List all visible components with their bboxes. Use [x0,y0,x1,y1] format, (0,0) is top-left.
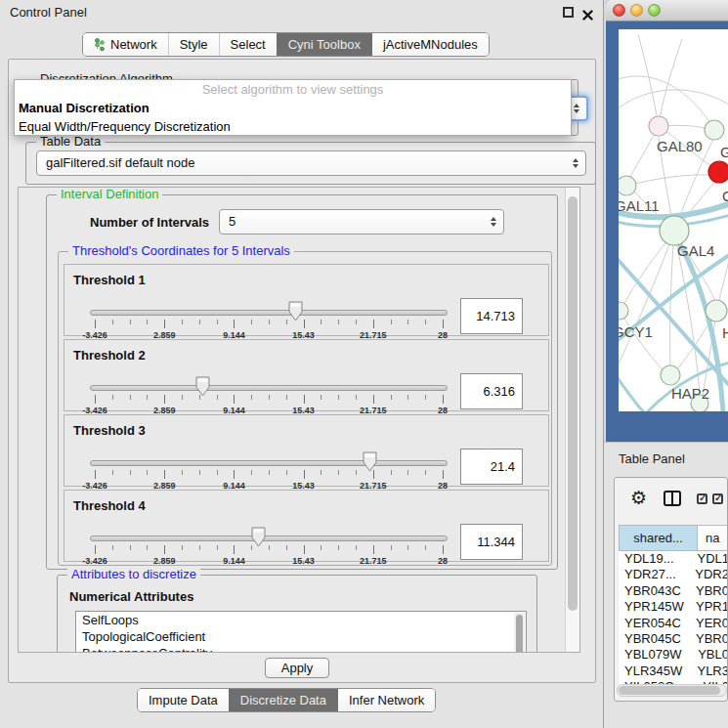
table-row[interactable]: YPR145WYPR1 [619,599,728,615]
table-cell: YBR0 [690,583,728,599]
node-label: GAL80 [657,138,703,154]
slider-tick [112,320,113,324]
network-node [705,120,724,140]
slider-tick [321,395,321,400]
threshold-label: Threshold 4 [73,498,146,513]
tab-infer-network[interactable]: Infer Network [337,689,435,711]
numerical-attributes-label: Numerical Attributes [69,589,193,604]
table-row[interactable]: YDR27...YDR2 [619,567,728,582]
tab-jactivemnodules[interactable]: jActiveMNodules [371,33,489,56]
tab-label: Network [110,37,157,52]
attributes-list[interactable]: SelfLoopsTopologicalCoefficientBetweenne… [75,611,527,653]
slider-tick [407,545,408,550]
table-rows: YDL19...YDL1YDR27...YDR2YBR043CYBR0YPR14… [619,551,728,684]
slider-thumb[interactable] [363,451,377,472]
slider-scale-label: -3.426 [82,556,107,566]
slider-tick [95,395,96,404]
float-icon[interactable] [563,7,574,18]
tab-select[interactable]: Select [219,33,277,56]
table-panel-title: Table Panel [619,451,685,466]
table-row[interactable]: YER054CYER0 [619,616,728,631]
slider-tick [217,470,218,475]
dropdown-option[interactable]: Manual Discretization [15,99,571,117]
settings-scrollbar[interactable] [565,188,579,652]
control-panel: Control Panel NetworkStyleSelectCyni Too… [0,0,604,728]
threshold-slider[interactable]: -3.4262.8599.14415.4321.71528 [90,304,448,343]
slider-track[interactable] [90,310,448,316]
zoom-button[interactable] [648,4,661,17]
table-row[interactable]: YDL19...YDL1 [619,551,728,567]
slider-tick [356,320,357,324]
gear-icon[interactable]: ⚙ [630,487,647,508]
horizontal-scrollbar[interactable] [617,684,727,697]
tab-label: Select [231,37,266,52]
slider-tick [443,395,444,404]
threshold-slider[interactable]: -3.4262.8599.14415.4321.71528 [90,530,448,569]
tab-style[interactable]: Style [168,33,219,56]
table-cell: YER054C [619,616,690,631]
dropdown-prompt: Select algorithm to view settings [15,80,571,99]
threshold-value-input[interactable]: 21.4 [460,449,523,485]
tab-impute-data[interactable]: Impute Data [138,689,229,711]
table-row[interactable]: YLR345WYLR3 [619,664,728,679]
list-item[interactable]: BetweennessCentrality [76,645,526,653]
list-item[interactable]: SelfLoops [76,612,526,628]
slider-tick [443,545,444,554]
node-label: GCY1 [619,323,653,340]
slider-thumb[interactable] [195,376,210,397]
list-scrollbar[interactable] [514,613,525,653]
tab-label: Cyni Toolbox [288,37,361,52]
combobox-value: 5 [229,214,236,229]
panel-title: Control Panel [10,5,87,20]
threshold-value-input[interactable]: 6.316 [460,373,523,409]
table-data-combobox[interactable]: galFiltered.sif default node [36,150,586,176]
table-cell: YBR045C [619,631,690,647]
network-node [619,176,636,195]
slider-tick [130,395,131,400]
slider-tick [147,470,148,475]
table-row[interactable]: YBR045CYBR0 [619,631,728,647]
list-item[interactable]: TopologicalCoefficient [76,628,526,645]
columns-icon[interactable] [664,491,681,506]
close-icon[interactable] [582,7,593,18]
threshold-value-input[interactable]: 11.344 [460,524,523,560]
network-window-titlebar [606,0,728,21]
settings-scroll-area: Interval Definition Number of Intervals … [18,187,580,653]
network-canvas[interactable]: GAL80 GA C GAL11 GAL4 GCY1 H HAP2 [619,29,728,411]
minimize-button[interactable] [630,4,643,17]
table-header-cell[interactable]: shared... [619,525,698,551]
top-tab-bar: NetworkStyleSelectCyni ToolboxjActiveMNo… [82,32,490,57]
slider-track[interactable] [90,535,448,541]
checkbox-icon[interactable] [712,493,723,504]
tab-label: Infer Network [349,693,424,707]
slider-tick [182,320,183,324]
threshold-value-input[interactable]: 14.713 [460,298,523,334]
attributes-group: Attributes to discretize Numerical Attri… [57,575,537,653]
apply-button[interactable]: Apply [265,658,329,678]
slider-scale-label: 21.715 [360,556,387,566]
slider-thumb[interactable] [288,301,303,321]
tab-network[interactable]: Network [83,33,168,56]
table-header-cell[interactable]: na [698,525,728,551]
threshold-slider[interactable]: -3.4262.8599.14415.4321.71528 [90,379,448,418]
table-row[interactable]: YBL079WYBL0 [619,647,728,663]
slider-tick [391,545,392,550]
tab-cyni-toolbox[interactable]: Cyni Toolbox [277,33,371,56]
slider-tick [182,395,183,400]
slider-tick [407,320,408,324]
threshold-label: Threshold 1 [73,273,146,287]
threshold-slider[interactable]: -3.4262.8599.14415.4321.71528 [90,454,448,493]
table-row[interactable]: YBR043CYBR0 [619,583,728,599]
slider-tick [251,470,252,475]
checkbox-icon[interactable] [697,493,707,504]
slider-track[interactable] [90,460,448,466]
slider-tick [443,470,444,479]
close-button[interactable] [613,4,625,17]
slider-tick [217,545,218,550]
number-of-intervals-combobox[interactable]: 5 [219,209,504,235]
dropdown-option[interactable]: Equal Width/Frequency Discretization [15,117,571,136]
slider-thumb[interactable] [251,527,266,547]
slider-track[interactable] [90,385,448,391]
tab-discretize-data[interactable]: Discretize Data [229,689,337,711]
slider-tick [425,320,426,324]
